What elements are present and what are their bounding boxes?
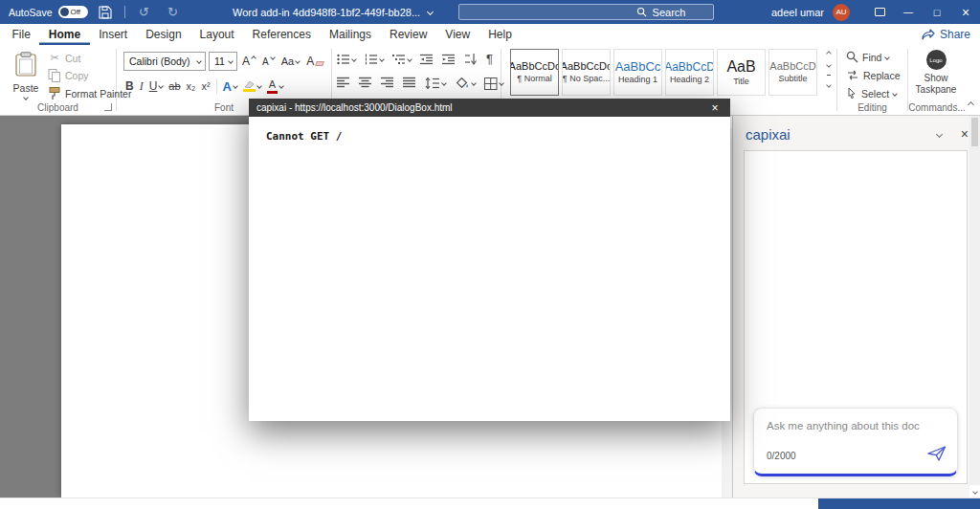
tab-design[interactable]: Design: [137, 24, 190, 45]
font-row-1: Calibri (Body) 11 A A Aa A: [123, 52, 325, 71]
share-button[interactable]: Share: [922, 24, 970, 45]
taskpane-scrollbar[interactable]: [969, 116, 980, 498]
tab-mailings[interactable]: Mailings: [320, 24, 380, 45]
collapse-ribbon-button[interactable]: [969, 98, 973, 109]
tab-help[interactable]: Help: [479, 24, 522, 45]
tab-layout[interactable]: Layout: [190, 24, 243, 45]
font-size-select[interactable]: 11: [209, 52, 237, 71]
chevron-down-icon: [892, 91, 898, 97]
search-icon: [636, 7, 647, 17]
style-heading-2[interactable]: AaBbCcD Heading 2: [665, 49, 714, 96]
chevron-down-icon: [407, 56, 412, 62]
addin-logo-icon: Logo: [926, 50, 947, 70]
sort-button[interactable]: [464, 53, 478, 65]
ribbon-display-options-button[interactable]: [865, 0, 894, 24]
clipboard-dialog-launcher[interactable]: [104, 103, 112, 111]
find-button[interactable]: Find: [846, 51, 901, 63]
gallery-down-arrow[interactable]: [826, 62, 832, 68]
tab-insert[interactable]: Insert: [90, 24, 137, 45]
cut-button[interactable]: ✂ Cut: [48, 52, 131, 64]
style-preview: AaBbCc: [615, 60, 661, 73]
copy-button[interactable]: Copy: [48, 69, 131, 82]
cut-label: Cut: [65, 53, 80, 64]
increase-indent-button[interactable]: [442, 54, 456, 65]
font-color-button[interactable]: A: [267, 79, 283, 94]
dialog-titlebar[interactable]: capixai - https://localhost:3000/DialogB…: [249, 99, 730, 117]
style-title[interactable]: AaB Title: [717, 49, 766, 96]
highlight-color-button[interactable]: [243, 80, 261, 92]
tab-view[interactable]: View: [436, 24, 479, 45]
tab-home[interactable]: Home: [39, 24, 89, 45]
close-button[interactable]: ×: [951, 0, 980, 24]
taskpane-options-chevron-icon[interactable]: [936, 130, 943, 137]
replace-button[interactable]: Replace: [846, 69, 901, 81]
toggle-knob-icon: [60, 8, 69, 16]
grow-font-button[interactable]: A: [240, 55, 257, 68]
line-spacing-button[interactable]: [425, 77, 446, 89]
numbering-button[interactable]: [365, 54, 384, 65]
shading-button[interactable]: [455, 77, 476, 90]
styles-gallery: AaBbCcDc ¶ Normal AaBbCcDc ¶ No Spac... …: [510, 49, 817, 96]
underline-button[interactable]: U: [149, 79, 164, 93]
text-effects-button[interactable]: A: [223, 79, 237, 94]
cut-icon: ✂: [48, 52, 61, 64]
minimize-button[interactable]: —: [894, 0, 923, 24]
send-button[interactable]: [927, 446, 947, 465]
avatar[interactable]: AU: [833, 4, 850, 21]
redo-button[interactable]: ↻: [162, 0, 185, 24]
select-button[interactable]: Select: [846, 87, 901, 100]
format-painter-button[interactable]: Format Painter: [48, 87, 131, 100]
chevron-down-icon: [295, 58, 301, 64]
style-normal[interactable]: AaBbCcDc ¶ Normal: [510, 49, 559, 96]
restore-button[interactable]: □: [923, 0, 951, 24]
user-name[interactable]: adeel umar: [771, 7, 824, 18]
change-case-button[interactable]: Aa: [279, 55, 301, 67]
show-paragraph-marks-button[interactable]: ¶: [486, 52, 493, 66]
decrease-indent-icon: [420, 54, 434, 65]
tab-file[interactable]: File: [3, 24, 39, 45]
decrease-indent-button[interactable]: [420, 54, 434, 65]
gallery-more-button[interactable]: [827, 75, 831, 89]
taskpane-close-button[interactable]: ×: [961, 127, 969, 141]
autosave-toggle[interactable]: Off: [58, 6, 88, 18]
chevron-down-icon: [256, 83, 262, 89]
italic-button[interactable]: I: [140, 79, 144, 94]
bold-button[interactable]: B: [125, 79, 134, 93]
dialog-close-button[interactable]: ×: [707, 101, 723, 115]
save-button[interactable]: [94, 0, 117, 24]
paste-button[interactable]: Paste: [7, 50, 45, 101]
align-right-button[interactable]: [381, 77, 394, 90]
select-cursor-icon: [846, 87, 858, 100]
style-heading-1[interactable]: AaBbCc Heading 1: [613, 49, 662, 96]
strikethrough-button[interactable]: ab: [168, 80, 180, 92]
borders-button[interactable]: [484, 77, 503, 90]
gallery-up-arrow[interactable]: [826, 51, 832, 56]
justify-button[interactable]: [403, 77, 416, 90]
undo-button[interactable]: ↺: [133, 0, 156, 24]
show-taskpane-button[interactable]: Show Taskpane: [909, 73, 963, 96]
bullets-button[interactable]: [337, 54, 356, 65]
align-center-button[interactable]: [359, 77, 372, 90]
align-left-button[interactable]: [337, 77, 350, 90]
multilevel-list-button[interactable]: [392, 54, 412, 65]
find-icon: [846, 51, 858, 63]
clear-formatting-button[interactable]: A: [304, 55, 325, 68]
scrollbar-thumb[interactable]: [971, 118, 978, 146]
scroll-down-button[interactable]: [969, 485, 980, 498]
dialog-title: capixai - https://localhost:3000/DialogB…: [256, 102, 702, 113]
style-subtitle[interactable]: AaBbCcD Subtitle: [768, 49, 817, 96]
document-title[interactable]: Word add-in 4dd948f8-1bf2-449f-bb28...: [233, 0, 433, 24]
subscript-button[interactable]: x₂: [187, 80, 196, 92]
chat-input-card[interactable]: Ask me anything about this doc 0/2000: [753, 408, 958, 476]
shrink-font-button[interactable]: A: [260, 55, 277, 67]
align-center-icon: [359, 77, 372, 88]
chevron-down-icon: [196, 58, 202, 64]
tab-references[interactable]: References: [243, 24, 320, 45]
superscript-button[interactable]: x²: [201, 80, 210, 92]
status-accent-strip: [818, 498, 980, 509]
font-name-select[interactable]: Calibri (Body): [123, 52, 206, 71]
search-box[interactable]: Search: [458, 4, 714, 20]
style-preview: AaBbCcDc: [510, 61, 559, 72]
tab-review[interactable]: Review: [380, 24, 435, 45]
style-no-spacing[interactable]: AaBbCcDc ¶ No Spac...: [562, 49, 611, 96]
